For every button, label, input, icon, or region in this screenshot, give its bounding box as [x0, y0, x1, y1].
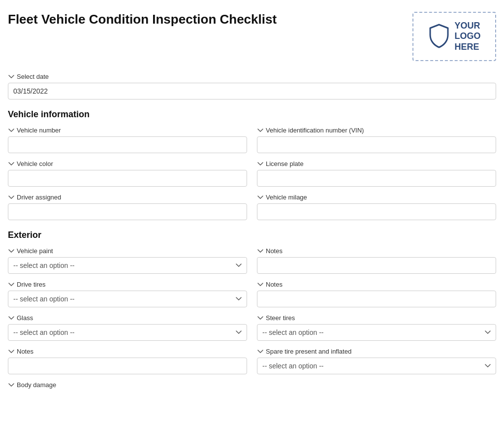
- vehicle-color-input[interactable]: [8, 170, 247, 187]
- glass-chevron-icon: [8, 315, 15, 322]
- spare-tire-select[interactable]: -- select an option --: [257, 358, 496, 374]
- exterior-notes-group: Notes: [8, 348, 247, 374]
- vin-input[interactable]: [257, 136, 496, 153]
- vehicle-info-section: Vehicle information Vehicle number Vehic…: [8, 109, 496, 220]
- exterior-notes-label: Notes: [8, 348, 247, 355]
- vehicle-milage-chevron-icon: [257, 194, 264, 201]
- glass-label: Glass: [8, 314, 247, 322]
- date-chevron-icon: [8, 73, 15, 80]
- exterior-section: Exterior Vehicle paint -- select an opti…: [8, 230, 496, 389]
- spare-tire-chevron-icon: [257, 348, 264, 355]
- drive-tires-select[interactable]: -- select an option --: [8, 291, 247, 307]
- driver-assigned-label: Driver assigned: [8, 194, 247, 201]
- vin-group: Vehicle identification number (VIN): [257, 127, 496, 153]
- body-damage-chevron-icon: [8, 382, 15, 389]
- glass-group: Glass -- select an option --: [8, 314, 247, 341]
- body-damage-label: Body damage: [8, 381, 496, 389]
- license-plate-group: License plate: [257, 160, 496, 187]
- drive-tires-notes-label: Notes: [257, 281, 496, 288]
- vehicle-number-group: Vehicle number: [8, 127, 247, 153]
- spare-tire-group: Spare tire present and inflated -- selec…: [257, 348, 496, 374]
- vehicle-paint-group: Vehicle paint -- select an option --: [8, 247, 247, 274]
- driver-assigned-input[interactable]: [8, 203, 247, 220]
- driver-assigned-chevron-icon: [8, 194, 15, 201]
- date-label: Select date: [8, 73, 496, 80]
- drive-tires-notes-group: Notes: [257, 281, 496, 307]
- vehicle-info-title: Vehicle information: [8, 109, 496, 120]
- logo-placeholder: YOURLOGOHERE: [412, 12, 496, 61]
- vehicle-color-label: Vehicle color: [8, 160, 247, 167]
- vehicle-milage-group: Vehicle milage: [257, 194, 496, 220]
- vehicle-number-chevron-icon: [8, 127, 15, 134]
- shield-icon: [428, 24, 450, 50]
- license-plate-label: License plate: [257, 160, 496, 167]
- vehicle-paint-notes-chevron-icon: [257, 248, 264, 255]
- drive-tires-group: Drive tires -- select an option --: [8, 281, 247, 307]
- vehicle-paint-notes-label: Notes: [257, 247, 496, 255]
- exterior-notes-chevron-icon: [8, 348, 15, 355]
- exterior-notes-input[interactable]: [8, 358, 247, 374]
- steer-tires-label: Steer tires: [257, 314, 496, 322]
- vehicle-number-input[interactable]: [8, 136, 247, 153]
- vehicle-number-label: Vehicle number: [8, 127, 247, 134]
- page-container: Fleet Vehicle Condition Inspection Check…: [8, 12, 496, 389]
- vehicle-milage-label: Vehicle milage: [257, 194, 496, 201]
- vehicle-paint-notes-group: Notes: [257, 247, 496, 274]
- exterior-row-1: Vehicle paint -- select an option -- Not…: [8, 247, 496, 274]
- vehicle-paint-notes-input[interactable]: [257, 257, 496, 274]
- vehicle-info-row-3: Driver assigned Vehicle milage: [8, 194, 496, 220]
- exterior-row-2: Drive tires -- select an option -- Notes: [8, 281, 496, 307]
- drive-tires-label: Drive tires: [8, 281, 247, 288]
- vehicle-paint-chevron-icon: [8, 248, 15, 255]
- date-input[interactable]: [8, 83, 496, 99]
- vehicle-info-row-2: Vehicle color License plate: [8, 160, 496, 187]
- exterior-title: Exterior: [8, 230, 496, 240]
- vehicle-paint-select[interactable]: -- select an option --: [8, 257, 247, 274]
- logo-text: YOURLOGOHERE: [455, 21, 481, 53]
- vin-chevron-icon: [257, 127, 264, 134]
- license-plate-input[interactable]: [257, 170, 496, 187]
- glass-select[interactable]: -- select an option --: [8, 324, 247, 341]
- license-plate-chevron-icon: [257, 161, 264, 167]
- drive-tires-notes-input[interactable]: [257, 291, 496, 307]
- vehicle-paint-label: Vehicle paint: [8, 247, 247, 255]
- vehicle-color-chevron-icon: [8, 161, 15, 167]
- vehicle-info-row-1: Vehicle number Vehicle identification nu…: [8, 127, 496, 153]
- vehicle-milage-input[interactable]: [257, 203, 496, 220]
- spare-tire-label: Spare tire present and inflated: [257, 348, 496, 355]
- drive-tires-notes-chevron-icon: [257, 281, 264, 288]
- steer-tires-chevron-icon: [257, 315, 264, 322]
- exterior-row-3: Glass -- select an option -- Steer tires…: [8, 314, 496, 341]
- steer-tires-group: Steer tires -- select an option --: [257, 314, 496, 341]
- steer-tires-select[interactable]: -- select an option --: [257, 324, 496, 341]
- vin-label: Vehicle identification number (VIN): [257, 127, 496, 134]
- exterior-row-4: Notes Spare tire present and inflated --…: [8, 348, 496, 374]
- header-row: Fleet Vehicle Condition Inspection Check…: [8, 12, 496, 61]
- vehicle-color-group: Vehicle color: [8, 160, 247, 187]
- page-title: Fleet Vehicle Condition Inspection Check…: [8, 12, 277, 27]
- date-section: Select date: [8, 73, 496, 99]
- driver-assigned-group: Driver assigned: [8, 194, 247, 220]
- drive-tires-chevron-icon: [8, 281, 15, 288]
